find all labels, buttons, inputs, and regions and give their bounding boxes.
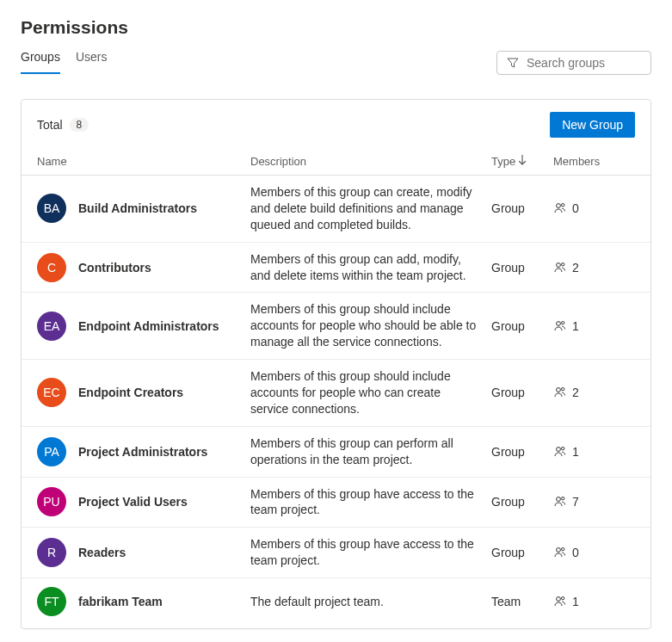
column-headers: Name Description Type Members <box>22 146 650 176</box>
avatar: EC <box>37 378 66 407</box>
svg-point-4 <box>557 321 561 325</box>
page-title: Permissions <box>21 17 651 38</box>
group-name: Endpoint Creators <box>78 386 183 399</box>
svg-point-14 <box>557 597 561 602</box>
group-type: Group <box>491 319 553 333</box>
group-description: Members of this group should include acc… <box>250 301 491 350</box>
members-icon <box>553 595 567 608</box>
top-bar: Groups Users <box>21 50 651 75</box>
group-name: Readers <box>78 546 126 559</box>
avatar: C <box>37 253 66 282</box>
members-icon <box>553 261 567 275</box>
group-members: 1 <box>553 319 631 333</box>
avatar: R <box>37 538 66 567</box>
column-header-members[interactable]: Members <box>553 155 631 168</box>
group-type: Group <box>491 445 553 459</box>
group-members: 0 <box>553 546 631 559</box>
members-icon <box>553 386 567 399</box>
members-count: 0 <box>572 201 579 215</box>
group-description: Members of this group can perform all op… <box>250 435 491 468</box>
new-group-button[interactable]: New Group <box>550 112 635 138</box>
group-name: Project Administrators <box>78 445 207 459</box>
table-row[interactable]: RReadersMembers of this group have acces… <box>22 528 650 578</box>
svg-point-15 <box>562 597 564 600</box>
table-row[interactable]: EAEndpoint AdministratorsMembers of this… <box>22 293 650 360</box>
column-header-type-label: Type <box>491 155 515 168</box>
table-row[interactable]: PAProject AdministratorsMembers of this … <box>22 427 650 478</box>
group-name: Contributors <box>78 261 151 275</box>
group-members: 1 <box>553 445 631 459</box>
group-name: Endpoint Administrators <box>78 319 219 333</box>
svg-point-8 <box>557 447 561 451</box>
column-header-description[interactable]: Description <box>250 155 491 168</box>
svg-point-13 <box>562 548 564 551</box>
search-input[interactable] <box>527 56 642 70</box>
group-members: 7 <box>553 495 631 509</box>
avatar: BA <box>37 194 66 223</box>
svg-point-0 <box>557 204 561 208</box>
members-count: 1 <box>572 445 579 459</box>
svg-point-10 <box>557 497 561 502</box>
members-count: 1 <box>572 319 579 333</box>
group-description: Members of this group have access to the… <box>250 536 491 569</box>
svg-point-7 <box>562 388 564 391</box>
group-type: Group <box>491 201 553 215</box>
table-row[interactable]: FTfabrikam TeamThe default project team.… <box>22 578 650 625</box>
members-icon <box>553 319 567 333</box>
group-description: Members of this group should include acc… <box>250 368 491 417</box>
group-name: Build Administrators <box>78 201 197 215</box>
members-icon <box>553 495 567 509</box>
total-indicator: Total 8 <box>37 118 89 132</box>
filter-icon <box>506 56 520 70</box>
group-description: Members of this group can add, modify, a… <box>250 251 491 284</box>
members-count: 0 <box>572 546 579 559</box>
members-count: 2 <box>572 386 579 399</box>
group-description: The default project team. <box>250 594 491 610</box>
members-count: 1 <box>572 595 579 608</box>
group-members: 2 <box>553 261 631 275</box>
svg-point-5 <box>562 321 564 324</box>
members-count: 2 <box>572 261 579 275</box>
members-icon <box>553 445 567 459</box>
svg-point-9 <box>562 447 564 449</box>
column-header-type[interactable]: Type <box>491 155 553 168</box>
group-members: 0 <box>553 201 631 215</box>
column-header-name[interactable]: Name <box>37 155 250 168</box>
tabs: Groups Users <box>21 50 107 75</box>
tab-users[interactable]: Users <box>76 50 108 74</box>
table-row[interactable]: CContributorsMembers of this group can a… <box>22 243 650 293</box>
total-label: Total <box>37 118 63 132</box>
svg-point-3 <box>562 262 564 265</box>
card-header: Total 8 New Group <box>22 100 650 146</box>
sort-descending-icon <box>518 155 527 168</box>
table-row[interactable]: PUProject Valid UsersMembers of this gro… <box>22 478 650 528</box>
group-type: Team <box>491 595 553 608</box>
members-count: 7 <box>572 495 579 509</box>
search-box[interactable] <box>496 51 651 75</box>
svg-point-1 <box>562 204 564 207</box>
avatar: PA <box>37 437 66 466</box>
members-icon <box>553 546 567 559</box>
avatar: FT <box>37 587 66 616</box>
svg-point-6 <box>557 388 561 392</box>
group-description: Members of this group have access to the… <box>250 486 491 519</box>
group-type: Group <box>491 546 553 559</box>
avatar: EA <box>37 312 66 341</box>
group-members: 1 <box>553 595 631 608</box>
total-count-badge: 8 <box>70 118 89 132</box>
avatar: PU <box>37 487 66 516</box>
svg-point-2 <box>557 262 561 267</box>
group-type: Group <box>491 495 553 509</box>
groups-card: Total 8 New Group Name Description Type … <box>21 99 651 629</box>
group-name: Project Valid Users <box>78 495 188 509</box>
table-row[interactable]: ECEndpoint CreatorsMembers of this group… <box>22 360 650 427</box>
table-row[interactable]: BABuild AdministratorsMembers of this gr… <box>22 176 650 243</box>
group-name: fabrikam Team <box>78 595 163 608</box>
group-type: Group <box>491 386 553 399</box>
tab-groups[interactable]: Groups <box>21 50 60 74</box>
group-type: Group <box>491 261 553 275</box>
svg-point-12 <box>557 548 561 552</box>
group-members: 2 <box>553 386 631 399</box>
group-description: Members of this group can create, modify… <box>250 184 491 233</box>
svg-point-11 <box>562 497 564 500</box>
